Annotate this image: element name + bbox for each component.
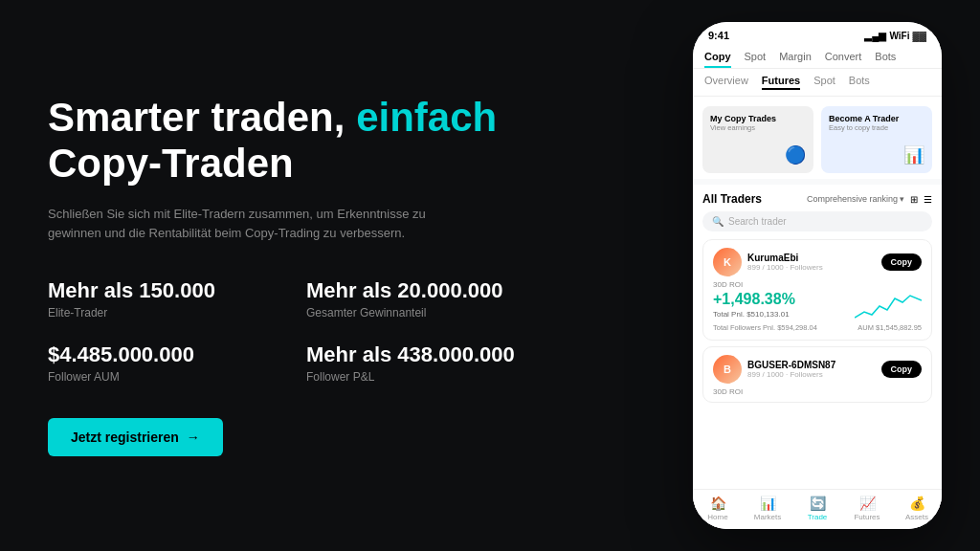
register-button-label: Jetzt registrieren <box>71 430 179 445</box>
stat-label-4: Follower P&L <box>306 370 526 384</box>
markets-icon: 📊 <box>760 496 776 511</box>
roi-row-1: +1,498.38% Total Pnl. $510,133.01 <box>713 291 922 320</box>
copy-button-1[interactable]: Copy <box>881 253 923 271</box>
subnav-bots[interactable]: Bots <box>849 75 870 90</box>
stat-value-1: Mehr als 150.000 <box>48 278 268 303</box>
headline-accent: einfach <box>356 95 497 140</box>
right-section: 9:41 ▂▄▆ WiFi ▓▓ Copy Spot Margin Conver… <box>674 0 980 551</box>
top-nav: Copy Spot Margin Convert Bots <box>693 45 942 69</box>
status-time: 9:41 <box>708 30 729 41</box>
stat-item-2: Mehr als 20.000.000 Gesamter Gewinnantei… <box>306 278 526 320</box>
roi-left: +1,498.38% Total Pnl. $510,133.01 <box>713 291 795 319</box>
become-trader-icon: 📊 <box>903 144 924 165</box>
trader-avatar-2: B <box>713 355 742 384</box>
nav-home[interactable]: 🏠 Home <box>693 496 743 521</box>
trader-card-2: B BGUSER-6DMSN87 899 / 1000 · Followers … <box>702 346 932 403</box>
roi-chart-1 <box>855 291 922 320</box>
aum-1: AUM $1,545,882.95 <box>858 323 922 332</box>
wifi-icon: WiFi <box>889 31 909 41</box>
stat-label-1: Elite-Trader <box>48 306 268 320</box>
top-nav-tabs: Copy Spot Margin Convert Bots <box>704 51 930 68</box>
roi-label-1: 30D ROI <box>713 280 922 289</box>
total-pnl-1: Total Pnl. $510,133.01 <box>713 310 795 319</box>
copy-trades-icon: 🔵 <box>785 144 806 165</box>
card2-title: Become A Trader <box>829 114 924 123</box>
tab-convert[interactable]: Convert <box>825 51 862 68</box>
nav-home-label: Home <box>707 513 727 521</box>
stat-value-4: Mehr als 438.000.000 <box>306 342 526 367</box>
subnav-spot[interactable]: Spot <box>813 75 835 90</box>
copy-button-2[interactable]: Copy <box>881 361 923 378</box>
status-bar: 9:41 ▂▄▆ WiFi ▓▓ <box>693 22 942 45</box>
nav-trade-label: Trade <box>808 513 828 521</box>
signal-icon: ▂▄▆ <box>864 31 886 41</box>
bottom-nav: 🏠 Home 📊 Markets 🔄 Trade 📈 Futures 💰 <box>693 489 942 529</box>
card1-sub: View earnings <box>710 123 806 132</box>
sub-nav: Overview Futures Spot Bots <box>693 69 942 97</box>
nav-markets-label: Markets <box>754 513 781 521</box>
nav-markets[interactable]: 📊 Markets <box>743 496 792 521</box>
nav-assets-label: Assets <box>905 513 928 521</box>
trader-name-2: BGUSER-6DMSN87 <box>747 360 881 370</box>
search-placeholder: Search trader <box>728 216 787 227</box>
grid-icon[interactable]: ⊞ <box>910 194 918 205</box>
all-traders-title: All Traders <box>702 192 762 206</box>
assets-icon: 💰 <box>909 496 925 511</box>
home-icon: 🏠 <box>710 496 726 511</box>
subtitle-text: Schließen Sie sich mit Elite-Tradern zus… <box>48 205 450 245</box>
trader-followers-1: 899 / 1000 · Followers <box>747 263 881 272</box>
filter-chevron-icon: ▾ <box>900 194 904 204</box>
all-traders-section: All Traders Comprehensive ranking ▾ ⊞ ☰ … <box>693 185 942 489</box>
card2-sub: Easy to copy trade <box>829 123 924 132</box>
stats-grid: Mehr als 150.000 Elite-Trader Mehr als 2… <box>48 278 526 384</box>
roi-label-2: 30D ROI <box>713 387 922 396</box>
nav-futures[interactable]: 📈 Futures <box>842 496 892 521</box>
roi-value-1: +1,498.38% <box>713 291 795 308</box>
headline-part2: Copy-Traden <box>48 141 294 186</box>
arrow-icon: → <box>187 430 200 445</box>
cards-row: My Copy Trades View earnings 🔵 Become A … <box>693 97 942 179</box>
stats-row-1: Total Followers Pnl. $594,298.04 AUM $1,… <box>713 323 922 332</box>
list-icon[interactable]: ☰ <box>924 194 932 205</box>
trader-header-1: K KurumaEbi 899 / 1000 · Followers Copy <box>713 248 922 276</box>
my-copy-trades-card[interactable]: My Copy Trades View earnings 🔵 <box>702 106 813 173</box>
ranking-filter[interactable]: Comprehensive ranking ▾ <box>807 194 904 204</box>
tab-bots[interactable]: Bots <box>875 51 896 68</box>
tab-margin[interactable]: Margin <box>779 51 812 68</box>
phone-content: My Copy Trades View earnings 🔵 Become A … <box>693 97 942 529</box>
trader-avatar-1: K <box>713 248 742 276</box>
stat-value-2: Mehr als 20.000.000 <box>306 278 526 303</box>
trader-card-1: K KurumaEbi 899 / 1000 · Followers Copy … <box>702 239 932 341</box>
trader-info-2: BGUSER-6DMSN87 899 / 1000 · Followers <box>747 360 881 379</box>
become-trader-card[interactable]: Become A Trader Easy to copy trade 📊 <box>821 106 932 173</box>
register-button[interactable]: Jetzt registrieren → <box>48 418 223 456</box>
search-icon: 🔍 <box>712 216 724 227</box>
status-icons: ▂▄▆ WiFi ▓▓ <box>864 31 926 41</box>
tab-spot[interactable]: Spot <box>745 51 767 68</box>
stat-label-3: Follower AUM <box>48 370 268 384</box>
trader-info-1: KurumaEbi 899 / 1000 · Followers <box>747 253 881 272</box>
nav-futures-label: Futures <box>854 513 880 521</box>
tab-copy[interactable]: Copy <box>704 51 731 68</box>
battery-icon: ▓▓ <box>912 31 926 41</box>
stat-item-3: $4.485.000.000 Follower AUM <box>48 342 268 384</box>
search-bar[interactable]: 🔍 Search trader <box>702 211 932 231</box>
trader-name-1: KurumaEbi <box>747 253 881 263</box>
stat-label-2: Gesamter Gewinnanteil <box>306 306 526 320</box>
left-section: Smarter traden, einfach Copy-Traden Schl… <box>0 0 674 551</box>
futures-icon: 📈 <box>859 496 876 511</box>
trader-header-2: B BGUSER-6DMSN87 899 / 1000 · Followers … <box>713 355 922 384</box>
main-headline: Smarter traden, einfach Copy-Traden <box>48 95 626 187</box>
section-header: All Traders Comprehensive ranking ▾ ⊞ ☰ <box>702 192 932 206</box>
subnav-futures[interactable]: Futures <box>762 75 800 90</box>
stat-value-3: $4.485.000.000 <box>48 342 268 367</box>
card1-title: My Copy Trades <box>710 114 806 123</box>
trade-icon: 🔄 <box>810 496 826 511</box>
headline-part1: Smarter traden, <box>48 95 345 140</box>
followers-pnl-1: Total Followers Pnl. $594,298.04 <box>713 323 817 332</box>
nav-assets[interactable]: 💰 Assets <box>892 496 942 521</box>
subnav-overview[interactable]: Overview <box>704 75 748 90</box>
phone-mockup: 9:41 ▂▄▆ WiFi ▓▓ Copy Spot Margin Conver… <box>693 22 942 529</box>
nav-trade[interactable]: 🔄 Trade <box>792 496 842 521</box>
stat-item-1: Mehr als 150.000 Elite-Trader <box>48 278 268 320</box>
